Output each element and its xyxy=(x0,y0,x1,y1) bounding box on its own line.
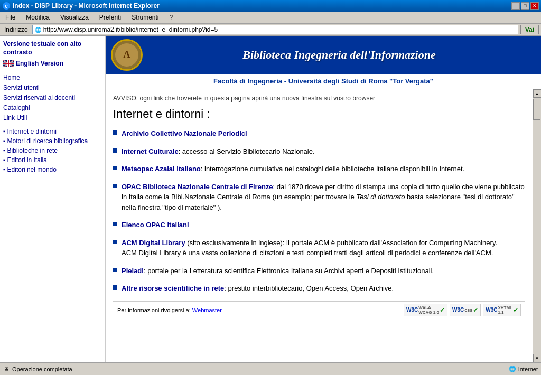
bullet-icon xyxy=(113,222,117,226)
menu-visualizza[interactable]: Visualizza xyxy=(57,13,92,22)
opac-link[interactable]: OPAC Biblioteca Nazionale Centrale di Fi… xyxy=(122,183,273,191)
metaopac-rest: : interrogazione cumulativa nei catalogh… xyxy=(201,165,464,173)
svg-text:e: e xyxy=(5,3,8,9)
content-scroll-area: AVVISO: ogni link che troverete in quest… xyxy=(106,89,541,362)
menu-modifica[interactable]: Modifica xyxy=(23,13,53,22)
english-version-label: English Version xyxy=(16,60,63,67)
css-badge[interactable]: W3C css ✓ xyxy=(450,304,481,316)
address-bar: Indirizzo 🌐 Vai xyxy=(0,24,541,36)
sidebar-item-servizi-utenti[interactable]: Servizi utenti xyxy=(3,84,40,91)
high-contrast-link[interactable]: Versione testuale con alto contrasto xyxy=(3,40,102,57)
footer-webmaster: Per informazioni rivolgersi a: Webmaster xyxy=(117,307,222,313)
close-button[interactable]: ✕ xyxy=(530,2,539,10)
wai-label: WAI-AWCAG 1.0 xyxy=(418,305,439,315)
svg-text:Λ: Λ xyxy=(124,49,130,60)
sidebar-item-link-utili[interactable]: Link Utili xyxy=(3,114,27,122)
xhtml-badge[interactable]: W3C XHTML1.1 ✓ xyxy=(483,304,521,316)
window-title: e Index - DISP Library - Microsoft Inter… xyxy=(2,2,160,10)
sidebar-item-biblioteche[interactable]: Biblioteche in rete xyxy=(7,147,58,154)
scroll-track-area[interactable] xyxy=(533,98,542,354)
list-item: Altre risorse scientifiche in rete: pres… xyxy=(113,283,525,294)
w3c-label-3: W3C xyxy=(486,307,497,313)
maximize-button[interactable]: □ xyxy=(521,2,529,10)
sidebar-item-editori-italia[interactable]: Editori in Italia xyxy=(7,156,47,164)
list-item: Editori nel mondo xyxy=(3,165,102,174)
altre-risorse-link[interactable]: Altre risorse scientifiche in rete xyxy=(122,284,224,292)
list-item: Motori di ricerca bibliografica xyxy=(3,136,102,146)
pleiadi-rest: : portale per la Letteratura scientifica… xyxy=(144,267,434,275)
scroll-down-button[interactable]: ▼ xyxy=(533,354,542,362)
sidebar-item-servizi-docenti[interactable]: Servizi riservati ai docenti xyxy=(3,94,75,101)
menu-bar: File Modifica Visualizza Preferiti Strum… xyxy=(0,12,541,24)
zone-text: Internet xyxy=(518,366,538,372)
sidebar-item-internet[interactable]: Internet e dintorni xyxy=(7,128,57,135)
content-text-elenco: Elenco OPAC Italiani xyxy=(122,220,189,230)
ie-logo-icon: e xyxy=(2,2,11,10)
status-left: 🖥 Operazione completata xyxy=(3,366,72,372)
acm-link[interactable]: ACM Digital Library xyxy=(122,239,185,247)
list-item: Internet e dintorni xyxy=(3,127,102,136)
sidebar: Versione testuale con alto contrasto Eng… xyxy=(0,36,106,362)
go-button[interactable]: Vai xyxy=(520,25,539,34)
bullet-icon xyxy=(113,184,117,188)
list-item: Elenco OPAC Italiani xyxy=(113,220,525,230)
library-logo: Λ xyxy=(111,39,143,71)
sidebar-item-cataloghi[interactable]: Cataloghi xyxy=(3,104,30,111)
svg-rect-10 xyxy=(3,63,14,64)
status-bar: 🖥 Operazione completata 🌐 Internet xyxy=(0,362,541,375)
address-input[interactable] xyxy=(43,26,516,33)
menu-strumenti[interactable]: Strumenti xyxy=(128,13,162,22)
sidebar-item-home[interactable]: Home xyxy=(3,74,20,81)
main-layout: Versione testuale con alto contrasto Eng… xyxy=(0,36,541,362)
content-text-pleiadi: Pleiadi: portale per la Letteratura scie… xyxy=(122,266,434,276)
address-label: Indirizzo xyxy=(2,25,30,34)
page-icon: 🌐 xyxy=(35,27,41,33)
content-text-acm: ACM Digital Library (sito esclusivamente… xyxy=(122,238,497,258)
address-input-container: 🌐 xyxy=(32,25,518,34)
list-item: ACM Digital Library (sito esclusivamente… xyxy=(113,238,525,258)
sidebar-item-editori-mondo[interactable]: Editori nel mondo xyxy=(7,166,57,173)
menu-file[interactable]: File xyxy=(2,13,18,22)
wai-badge[interactable]: W3C WAI-AWCAG 1.0 ✓ xyxy=(404,304,447,316)
content-text-metaopac: Metaopac Azalai Italiano: interrogazione… xyxy=(122,164,464,174)
scroll-thumb[interactable] xyxy=(533,99,540,120)
uk-flag-icon xyxy=(3,60,14,67)
webmaster-link[interactable]: Webmaster xyxy=(192,307,222,313)
content-text-opac: OPAC Biblioteca Nazionale Centrale di Fi… xyxy=(122,182,525,213)
content-text-internet-culturale: Internet Culturale: accesso al Servizio … xyxy=(122,146,315,157)
content-text-altre: Altre risorse scientifiche in rete: pres… xyxy=(122,283,394,294)
internet-culturale-link[interactable]: Internet Culturale xyxy=(122,147,179,155)
css-check-icon: ✓ xyxy=(473,306,478,314)
scroll-up-button[interactable]: ▲ xyxy=(533,89,542,98)
bullet-icon xyxy=(113,148,117,153)
bullet-icon xyxy=(113,166,117,170)
page-title: Internet e dintorni : xyxy=(113,107,525,121)
list-item: Pleiadi: portale per la Letteratura scie… xyxy=(113,266,525,276)
archivio-link[interactable]: Archivio Collettivo Nazionale Periodici xyxy=(122,129,247,137)
status-icon: 🖥 xyxy=(3,366,9,372)
metaopac-link[interactable]: Metaopac Azalai Italiano xyxy=(122,165,201,173)
content-area: AVVISO: ogni link che troverete in quest… xyxy=(106,89,533,362)
menu-preferiti[interactable]: Preferiti xyxy=(96,13,124,22)
sidebar-item-motori[interactable]: Motori di ricerca bibliografica xyxy=(7,137,88,145)
list-item: Editori in Italia xyxy=(3,155,102,165)
css-label: css xyxy=(464,307,472,313)
header-subtitle: Facoltà di Ingegneria - Università degli… xyxy=(106,75,541,89)
sidebar-section-nav: Internet e dintorni Motori di ricerca bi… xyxy=(3,127,102,174)
scrollbar[interactable]: ▲ ▼ xyxy=(533,89,541,362)
bullet-icon xyxy=(113,268,117,272)
sidebar-nav: Home Servizi utenti Servizi riservati ai… xyxy=(3,72,102,123)
list-item: OPAC Biblioteca Nazionale Centrale di Fi… xyxy=(113,182,525,213)
header-title: Biblioteca Ingegneria dell'Informazione xyxy=(143,48,536,62)
english-version-link[interactable]: English Version xyxy=(3,60,102,67)
footer-badges: W3C WAI-AWCAG 1.0 ✓ W3C css ✓ W3C XHTML1… xyxy=(404,304,521,316)
menu-help[interactable]: ? xyxy=(166,13,176,22)
xhtml-check-icon: ✓ xyxy=(513,306,518,314)
elenco-opac-link[interactable]: Elenco OPAC Italiani xyxy=(122,221,189,229)
wai-check-icon: ✓ xyxy=(440,306,445,314)
w3c-label-1: W3C xyxy=(406,307,418,313)
minimize-button[interactable]: _ xyxy=(511,2,520,10)
pleiadi-link[interactable]: Pleiadi xyxy=(122,267,144,275)
list-item: Internet Culturale: accesso al Servizio … xyxy=(113,146,525,157)
status-text: Operazione completata xyxy=(12,366,72,372)
